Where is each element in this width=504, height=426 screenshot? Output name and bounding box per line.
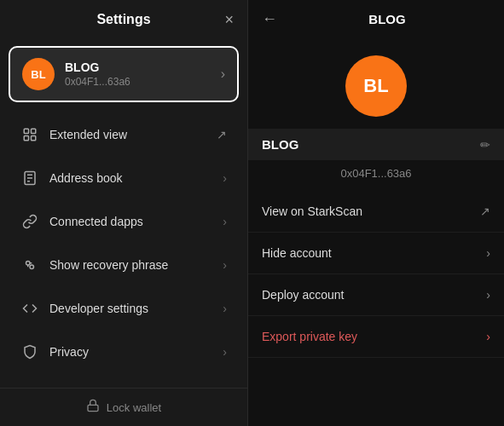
starkscan-external-icon: ↗ bbox=[480, 204, 490, 218]
svg-rect-1 bbox=[32, 129, 36, 133]
external-link-icon: ↗ bbox=[217, 128, 227, 141]
deploy-account-label: Deploy account bbox=[262, 288, 345, 302]
left-menu-list: Extended view ↗ Address book › bbox=[0, 109, 247, 388]
menu-item-view-on-starkscan[interactable]: View on StarkScan ↗ bbox=[248, 191, 504, 233]
grid-icon bbox=[20, 125, 39, 144]
show-recovery-phrase-label: Show recovery phrase bbox=[49, 258, 223, 272]
extended-view-label: Extended view bbox=[49, 128, 217, 141]
edit-icon[interactable]: ✏ bbox=[480, 138, 490, 152]
connected-dapps-label: Connected dapps bbox=[49, 215, 223, 228]
hide-account-label: Hide account bbox=[262, 246, 332, 260]
code-icon bbox=[20, 299, 39, 318]
lock-wallet-label: Lock wallet bbox=[107, 401, 161, 414]
account-avatar-large: BL bbox=[345, 55, 407, 117]
address-book-chevron-icon: › bbox=[223, 171, 227, 185]
left-header: Settings × bbox=[0, 0, 247, 39]
recovery-phrase-chevron-icon: › bbox=[223, 258, 227, 272]
svg-point-9 bbox=[30, 265, 34, 269]
svg-rect-2 bbox=[24, 136, 28, 141]
deploy-account-chevron-icon: › bbox=[486, 288, 490, 302]
menu-item-connected-dapps[interactable]: Connected dapps › bbox=[7, 200, 240, 243]
right-header: ← BLOG bbox=[248, 0, 504, 38]
menu-item-deploy-account[interactable]: Deploy account › bbox=[248, 274, 504, 316]
privacy-chevron-icon: › bbox=[223, 345, 227, 359]
right-panel-title: BLOG bbox=[284, 12, 490, 26]
address-book-label: Address book bbox=[49, 171, 223, 185]
export-private-key-chevron-icon: › bbox=[486, 330, 490, 343]
menu-item-developer-settings[interactable]: Developer settings › bbox=[7, 287, 240, 330]
right-menu-list: View on StarkScan ↗ Hide account › Deplo… bbox=[248, 187, 504, 426]
developer-settings-chevron-icon: › bbox=[223, 302, 227, 315]
connected-dapps-chevron-icon: › bbox=[223, 215, 227, 228]
right-account-address: 0x04F1...63a6 bbox=[340, 167, 411, 180]
right-panel: ← BLOG BL BLOG ✏ 0x04F1...63a6 View on S… bbox=[248, 0, 504, 426]
account-name-row: BLOG ✏ bbox=[248, 129, 504, 160]
right-account-name: BLOG bbox=[262, 137, 298, 152]
menu-item-hide-account[interactable]: Hide account › bbox=[248, 233, 504, 274]
menu-item-privacy[interactable]: Privacy › bbox=[7, 331, 240, 373]
account-chevron-icon: › bbox=[221, 66, 225, 82]
account-name: BLOG bbox=[65, 60, 221, 74]
account-card[interactable]: BL BLOG 0x04F1...63a6 › bbox=[9, 46, 239, 102]
svg-rect-12 bbox=[88, 405, 98, 411]
settings-title: Settings bbox=[96, 12, 150, 27]
menu-item-extended-view[interactable]: Extended view ↗ bbox=[7, 113, 240, 156]
svg-point-8 bbox=[26, 262, 31, 266]
account-address: 0x04F1...63a6 bbox=[65, 76, 221, 88]
hide-account-chevron-icon: › bbox=[486, 246, 490, 260]
shield-icon bbox=[20, 343, 39, 361]
left-panel: Settings × BL BLOG 0x04F1...63a6 › Exten… bbox=[0, 0, 248, 426]
export-private-key-label: Export private key bbox=[262, 330, 357, 343]
privacy-label: Privacy bbox=[49, 345, 223, 359]
account-info: BLOG 0x04F1...63a6 bbox=[65, 60, 221, 88]
developer-settings-label: Developer settings bbox=[49, 302, 223, 315]
view-on-starkscan-label: View on StarkScan bbox=[262, 204, 362, 218]
menu-item-export-private-key[interactable]: Export private key › bbox=[248, 316, 504, 358]
link-icon bbox=[20, 212, 39, 231]
recovery-icon bbox=[20, 256, 39, 274]
account-address-row: 0x04F1...63a6 bbox=[248, 162, 504, 187]
svg-rect-3 bbox=[32, 136, 36, 141]
lock-wallet-button[interactable]: Lock wallet bbox=[0, 388, 247, 426]
menu-item-address-book[interactable]: Address book › bbox=[7, 157, 240, 199]
svg-rect-0 bbox=[24, 129, 28, 133]
account-avatar-small: BL bbox=[22, 58, 55, 90]
lock-icon bbox=[86, 399, 100, 416]
contact-icon bbox=[20, 169, 39, 187]
menu-item-show-recovery-phrase[interactable]: Show recovery phrase › bbox=[7, 244, 240, 286]
back-button[interactable]: ← bbox=[262, 10, 277, 28]
big-avatar-wrapper: BL bbox=[248, 38, 504, 129]
close-button[interactable]: × bbox=[224, 11, 234, 29]
